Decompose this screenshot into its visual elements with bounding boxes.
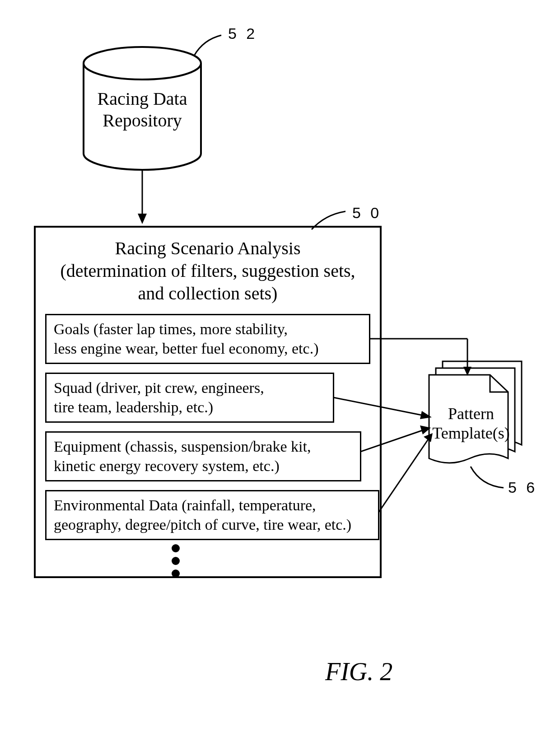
svg-point-0 — [84, 47, 201, 79]
arrow-goals-to-templates — [370, 334, 488, 388]
ellipsis-dot — [172, 544, 180, 552]
figure-label: FIG. 2 — [325, 657, 392, 686]
svg-line-10 — [378, 439, 428, 513]
item-env: Environmental Data (rainfall, temperatur… — [45, 490, 379, 540]
db-text-line2: Repository — [81, 110, 203, 131]
arrow-env-to-templates — [378, 431, 442, 517]
arrow-db-to-analysis — [135, 171, 149, 225]
svg-marker-2 — [138, 214, 147, 224]
ellipsis-dot — [172, 570, 180, 578]
ref-label-52: 5 2 — [228, 25, 257, 42]
ref-tick-56 — [465, 463, 510, 495]
ref-tick-52 — [190, 31, 230, 62]
analysis-title: Racing Scenario Analysis (determination … — [41, 237, 375, 305]
item-goals: Goals (faster lap times, more stability,… — [45, 314, 370, 364]
item-squad: Squad (driver, pit crew, engineers, tire… — [45, 373, 334, 423]
item-equipment: Equipment (chassis, suspension/brake kit… — [45, 431, 361, 481]
ellipsis-dot — [172, 557, 180, 565]
pt-line1: Pattern — [428, 404, 514, 424]
svg-marker-5 — [463, 367, 471, 376]
analysis-title-line1: Racing Scenario Analysis — [41, 237, 375, 260]
arrow-squad-to-templates — [333, 393, 437, 429]
svg-line-6 — [333, 397, 424, 416]
ref-label-50: 5 0 — [352, 204, 382, 222]
analysis-title-line3: and collection sets) — [41, 282, 375, 305]
db-text-line1: Racing Data — [81, 88, 203, 110]
analysis-title-line2: (determination of filters, suggestion se… — [41, 260, 375, 282]
ref-tick-50 — [307, 208, 352, 235]
svg-marker-7 — [420, 411, 432, 419]
diagram-stage: Racing Data Repository 5 2 5 0 Racing Sc… — [0, 0, 560, 747]
database-label: Racing Data Repository — [81, 88, 203, 131]
svg-marker-11 — [424, 433, 433, 442]
ref-label-56: 5 6 — [508, 479, 537, 496]
